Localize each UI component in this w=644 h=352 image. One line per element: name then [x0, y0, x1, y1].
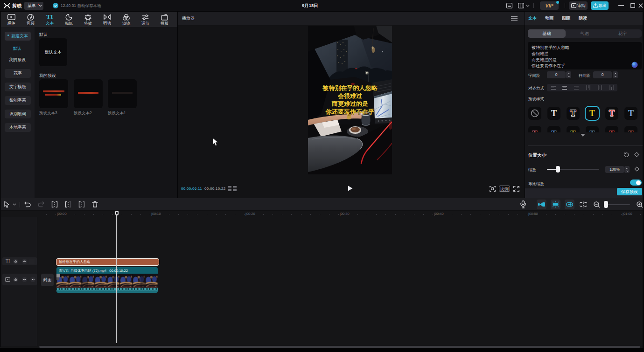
svg-text:你还要装作不在乎: 你还要装作不在乎	[325, 108, 374, 115]
svg-text:被特别在乎的人忽略: 被特别在乎的人忽略	[322, 84, 378, 91]
svg-text:而更难过的是: 而更难过的是	[331, 100, 368, 107]
svg-text:会很难过: 会很难过	[337, 92, 362, 99]
